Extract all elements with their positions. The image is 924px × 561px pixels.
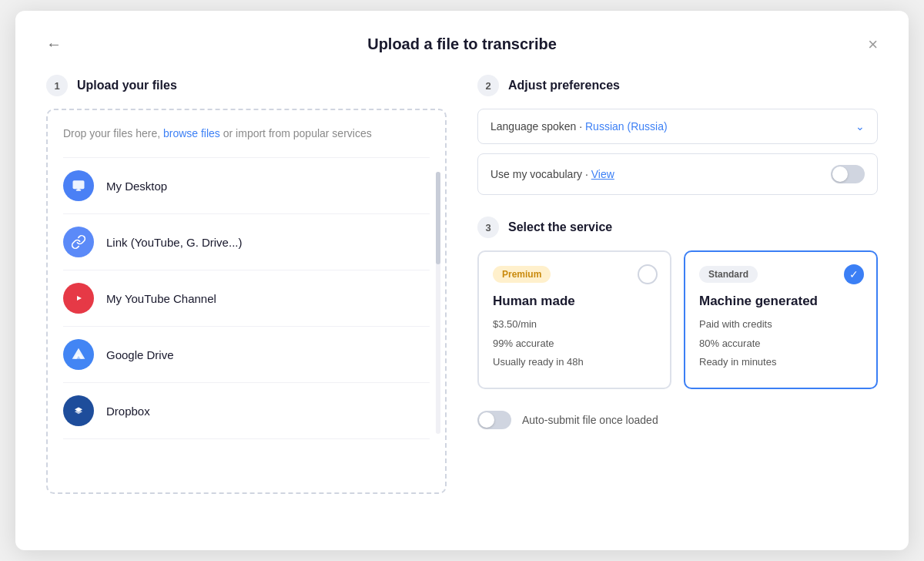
back-button[interactable]: ← (46, 35, 62, 53)
browse-files-link[interactable]: browse files (163, 127, 220, 139)
auto-submit-toggle[interactable] (477, 411, 511, 429)
modal-body: 1 Upload your files Drop your files here… (46, 75, 878, 494)
premium-card[interactable]: Premium Human made $3.50/min 99% accurat… (477, 250, 671, 389)
step3-header: 3 Select the service (477, 217, 878, 238)
step3-section: 3 Select the service Premium Human made … (477, 217, 878, 389)
language-dropdown[interactable]: Language spoken · Russian (Russia) ⌄ (477, 109, 878, 144)
drop-text-prefix: Drop your files here, (63, 127, 163, 139)
step2-header: 2 Adjust preferences (477, 75, 878, 96)
gdrive-icon (63, 339, 94, 370)
service-label-gdrive: Google Drive (106, 348, 174, 361)
language-value: Russian (Russia) (585, 120, 668, 133)
standard-card[interactable]: Standard ✓ Machine generated Paid with c… (684, 250, 878, 389)
premium-badge: Premium (493, 266, 551, 283)
vocab-field: Use my vocabulary · View (477, 153, 878, 195)
step3-title: Select the service (508, 220, 612, 234)
drop-text: Drop your files here, browse files or im… (63, 126, 430, 142)
youtube-icon (63, 283, 94, 314)
link-icon (63, 227, 94, 257)
step1-header: 1 Upload your files (46, 75, 447, 96)
service-item-youtube[interactable]: My YouTube Channel (63, 270, 430, 326)
chevron-down-icon: ⌄ (855, 120, 865, 133)
upload-area[interactable]: Drop your files here, browse files or im… (46, 109, 447, 494)
upload-modal: ← Upload a file to transcribe × 1 Upload… (15, 11, 909, 550)
service-item-desktop[interactable]: My Desktop (63, 157, 430, 213)
standard-detail-1: Paid with credits (699, 317, 862, 332)
standard-check[interactable]: ✓ (844, 264, 864, 284)
auto-submit-toggle-knob (479, 412, 494, 428)
step2-badge: 2 (477, 75, 499, 96)
close-button[interactable]: × (868, 36, 878, 53)
step3-badge: 3 (477, 217, 499, 238)
scrollbar-thumb[interactable] (436, 172, 440, 264)
premium-detail-2: 99% accurate (493, 336, 656, 351)
premium-radio[interactable] (638, 264, 658, 284)
desktop-icon (63, 170, 94, 201)
service-item-box[interactable]: box Box (63, 438, 430, 450)
vocab-view-link[interactable]: View (591, 168, 614, 180)
service-label-desktop: My Desktop (106, 180, 167, 193)
modal-title: Upload a file to transcribe (367, 35, 557, 53)
step2-title: Adjust preferences (508, 79, 620, 92)
service-item-gdrive[interactable]: Google Drive (63, 326, 430, 382)
step1-badge: 1 (46, 75, 68, 96)
auto-submit-row: Auto-submit file once loaded (477, 411, 878, 429)
service-list: My Desktop Link (YouTube, G. Drive...) (63, 157, 430, 450)
service-item-link[interactable]: Link (YouTube, G. Drive...) (63, 213, 430, 270)
svg-rect-2 (77, 189, 79, 190)
drop-text-suffix: or import from popular services (220, 127, 372, 139)
dropbox-icon (63, 395, 94, 426)
service-cards: Premium Human made $3.50/min 99% accurat… (477, 250, 878, 389)
toggle-knob (832, 166, 848, 182)
premium-detail-1: $3.50/min (493, 317, 656, 332)
step2-section: 2 Adjust preferences Language spoken · R… (477, 75, 878, 195)
standard-detail-2: 80% accurate (699, 336, 862, 351)
step1-title: Upload your files (77, 79, 177, 92)
premium-detail-3: Usually ready in 48h (493, 354, 656, 370)
language-label: Language spoken · Russian (Russia) (490, 120, 668, 133)
modal-header: ← Upload a file to transcribe × (46, 35, 878, 53)
standard-detail-3: Ready in minutes (699, 354, 862, 370)
svg-rect-0 (73, 180, 85, 189)
standard-card-title: Machine generated (699, 294, 862, 309)
service-item-dropbox[interactable]: Dropbox (63, 382, 430, 438)
service-label-youtube: My YouTube Channel (106, 292, 216, 305)
standard-badge: Standard (699, 266, 758, 283)
scrollbar-track (436, 172, 440, 434)
service-label-dropbox: Dropbox (106, 405, 150, 418)
auto-submit-label: Auto-submit file once loaded (522, 414, 658, 426)
right-panel: 2 Adjust preferences Language spoken · R… (477, 75, 878, 494)
vocab-toggle[interactable] (831, 165, 865, 183)
left-panel: 1 Upload your files Drop your files here… (46, 75, 447, 494)
premium-card-title: Human made (493, 294, 656, 309)
vocab-label: Use my vocabulary · View (490, 168, 614, 180)
service-label-link: Link (YouTube, G. Drive...) (106, 236, 242, 249)
